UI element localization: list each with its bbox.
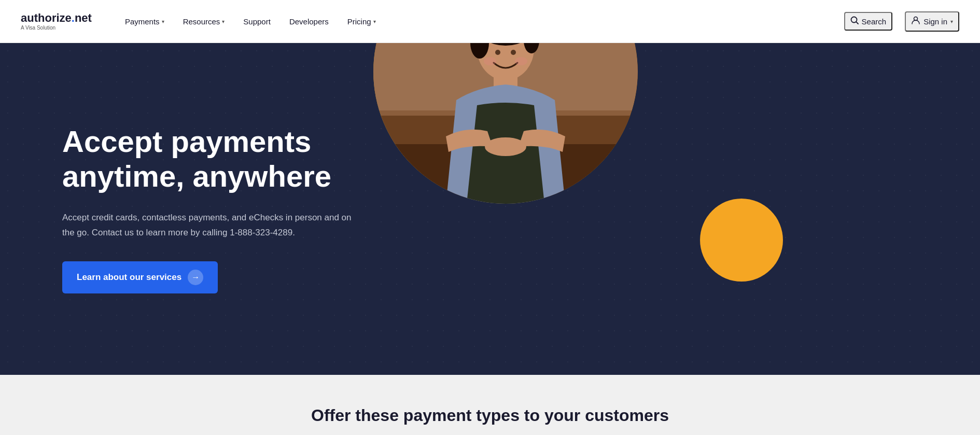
navbar-right: Search Sign in ▾ [844,11,959,32]
hero-title: Accept payments anytime, anywhere [62,124,415,193]
logo-sub: A Visa Solution [21,25,92,31]
nav-item-payments[interactable]: Payments ▾ [118,13,172,30]
svg-point-43 [511,50,516,55]
chevron-down-icon: ▾ [950,19,953,24]
svg-point-44 [484,57,496,65]
search-button[interactable]: Search [844,12,893,31]
svg-point-42 [495,50,500,55]
bottom-section: Offer these payment types to your custom… [0,375,980,435]
nav-item-resources[interactable]: Resources ▾ [176,13,232,30]
hero-image-area [373,43,643,209]
navbar: authorize.net A Visa Solution Payments ▾… [0,0,980,43]
signin-button[interactable]: Sign in ▾ [905,11,959,32]
learn-services-button[interactable]: Learn about our services → [62,261,218,293]
chevron-down-icon: ▾ [222,19,225,24]
nav-item-developers[interactable]: Developers [282,13,336,30]
hero-content: Accept payments anytime, anywhere Accept… [62,124,415,293]
nav-item-pricing[interactable]: Pricing ▾ [340,13,383,30]
nav-item-support[interactable]: Support [236,13,278,30]
search-icon [850,16,859,26]
arrow-right-icon: → [188,270,203,285]
chevron-down-icon: ▾ [373,19,376,24]
svg-point-45 [515,57,527,65]
hero-portrait-svg [373,43,638,204]
chevron-down-icon: ▾ [162,19,164,24]
svg-point-41 [485,137,526,156]
yellow-decoration-circle [700,199,783,282]
bottom-section-title: Offer these payment types to your custom… [311,406,669,425]
site-logo[interactable]: authorize.net A Visa Solution [21,12,92,31]
logo-text: authorize.net [21,12,92,24]
hero-description: Accept credit cards, contactless payment… [62,211,353,241]
hero-section: Accept payments anytime, anywhere Accept… [0,43,980,375]
svg-line-1 [856,22,858,24]
hero-portrait-circle [373,43,638,204]
main-nav: Payments ▾ Resources ▾ Support Developer… [118,13,844,30]
user-icon [911,16,920,27]
